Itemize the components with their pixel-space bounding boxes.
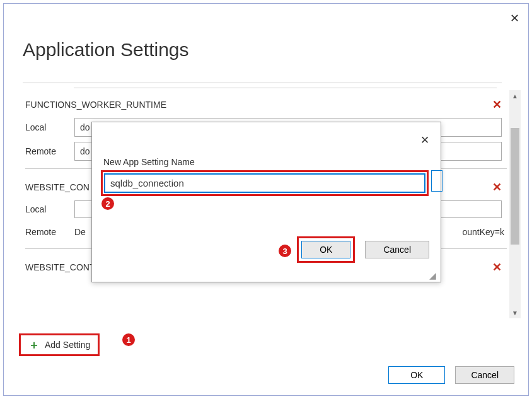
callout-3: 3	[279, 245, 291, 257]
close-icon[interactable]: ✕	[420, 134, 429, 147]
callout-1: 1	[122, 333, 135, 346]
scrollbar-thumb[interactable]	[511, 128, 519, 245]
add-setting-button[interactable]: ＋ Add Setting	[19, 333, 100, 356]
divider	[74, 88, 497, 88]
row-label-local: Local	[25, 204, 69, 214]
add-setting-label: Add Setting	[45, 340, 90, 350]
dialog-input-highlight	[101, 170, 429, 196]
callout-2: 2	[101, 197, 114, 210]
row-label-remote: Remote	[25, 146, 69, 156]
scrollbar[interactable]: ▲ ▼	[509, 90, 521, 318]
resize-grip-icon[interactable]: ◢	[429, 270, 439, 280]
remote-value-tail: ountKey=k	[462, 227, 504, 237]
row-label-remote: Remote	[25, 227, 69, 237]
focus-ring-extra	[431, 170, 442, 192]
ok-button[interactable]: OK	[301, 241, 350, 258]
divider	[23, 83, 502, 83]
setting-name-input[interactable]	[104, 173, 425, 193]
setting-name: FUNCTIONS_WORKER_RUNTIME	[25, 100, 166, 110]
ok-highlight: OK	[297, 236, 355, 263]
footer: ＋ Add Setting OK Cancel	[0, 330, 532, 399]
cancel-button[interactable]: Cancel	[455, 366, 514, 384]
delete-icon[interactable]: ✕	[492, 260, 502, 274]
setting-name: WEBSITE_CON	[25, 182, 90, 192]
cancel-button[interactable]: Cancel	[365, 241, 429, 258]
delete-icon[interactable]: ✕	[492, 180, 502, 194]
scroll-up-icon[interactable]: ▲	[509, 90, 521, 101]
dialog-label: New App Setting Name	[103, 157, 195, 167]
new-setting-dialog: ✕ New App Setting Name OK Cancel ◢	[91, 122, 441, 282]
plus-icon: ＋	[28, 339, 40, 350]
scroll-down-icon[interactable]: ▼	[509, 307, 521, 318]
page-title: Application Settings	[23, 39, 189, 61]
delete-icon[interactable]: ✕	[492, 98, 502, 112]
close-icon[interactable]: ✕	[510, 11, 519, 25]
row-label-local: Local	[25, 122, 69, 132]
ok-button[interactable]: OK	[388, 366, 445, 384]
